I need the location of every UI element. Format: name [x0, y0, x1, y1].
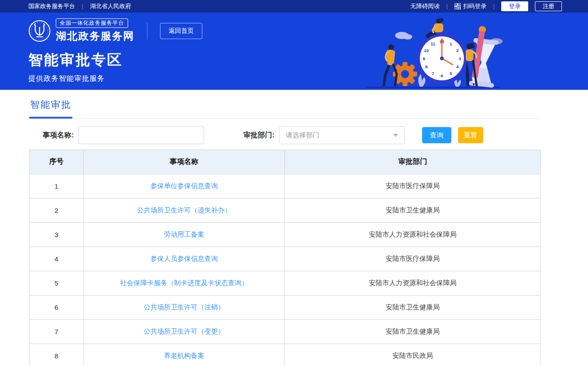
- item-link[interactable]: 公共场所卫生许可（变更）: [144, 327, 225, 335]
- item-name-input[interactable]: [78, 126, 204, 144]
- page-subtitle: 提供政务智能审批服务: [28, 74, 588, 84]
- dept-cell: 安陆市卫生健康局: [285, 198, 541, 223]
- approval-table: 序号 事项名称 审批部门 1参保单位参保信息查询安陆市医疗保障局2公共场所卫生许…: [29, 150, 541, 366]
- filter-bar: 事项名称: 审批部门: 请选择部门 查询 重置: [29, 126, 541, 144]
- item-link[interactable]: 公共场所卫生许可（遗失补办）: [137, 206, 232, 214]
- search-button[interactable]: 查询: [422, 127, 451, 143]
- login-button[interactable]: 登录: [501, 1, 528, 11]
- row-serial: 1: [30, 174, 84, 198]
- site-logo: 全国一体化政务服务平台 湖北政务服务网: [28, 18, 134, 43]
- dept-cell: 安陆市人力资源和社会保障局: [285, 223, 541, 247]
- table-row: 4参保人员参保信息查询安陆市医疗保障局: [30, 247, 541, 271]
- dept-cell: 安陆市卫生健康局: [285, 320, 541, 344]
- reset-button[interactable]: 重置: [458, 127, 483, 143]
- header-dept: 审批部门: [285, 150, 541, 174]
- item-cell: 参保单位参保信息查询: [84, 174, 285, 198]
- dept-cell: 安陆市人力资源和社会保障局: [285, 271, 541, 295]
- item-name-label: 事项名称:: [43, 131, 74, 140]
- item-cell: 劳动用工备案: [84, 223, 285, 247]
- banner: 全国一体化政务服务平台 湖北政务服务网 返回首页 智能审批专区 提供政务智能审批…: [0, 13, 588, 90]
- item-link[interactable]: 公共场所卫生许可（注销）: [144, 303, 225, 311]
- item-cell: 养老机构备案: [84, 344, 285, 366]
- item-cell: 参保人员参保信息查询: [84, 247, 285, 271]
- table-row: 3劳动用工备案安陆市人力资源和社会保障局: [30, 223, 541, 247]
- table-row: 2公共场所卫生许可（遗失补办）安陆市卫生健康局: [30, 198, 541, 223]
- item-cell: 公共场所卫生许可（遗失补办）: [84, 198, 285, 223]
- register-button[interactable]: 注册: [535, 1, 562, 11]
- item-link[interactable]: 劳动用工备案: [164, 230, 205, 238]
- national-platform-badge: 全国一体化政务服务平台: [56, 18, 128, 28]
- national-platform-link[interactable]: 国家政务服务平台: [28, 2, 75, 10]
- dept-select[interactable]: 请选择部门: [279, 126, 405, 144]
- item-link[interactable]: 参保人员参保信息查询: [151, 255, 218, 262]
- divider: |: [82, 3, 83, 9]
- table-row: 1参保单位参保信息查询安陆市医疗保障局: [30, 174, 541, 198]
- row-serial: 3: [30, 223, 84, 247]
- dept-cell: 安陆市卫生健康局: [285, 295, 541, 320]
- back-home-button[interactable]: 返回首页: [160, 23, 202, 39]
- divider: [147, 22, 147, 40]
- hubei-gov-link[interactable]: 湖北省人民政府: [90, 2, 131, 10]
- divider: |: [493, 3, 494, 9]
- main-content: 智能审批 事项名称: 审批部门: 请选择部门 查询 重置 序号 事项名称 审批部…: [0, 98, 588, 366]
- dept-select-placeholder: 请选择部门: [286, 131, 320, 140]
- header-item-name: 事项名称: [84, 150, 285, 174]
- page-title: 智能审批专区: [28, 50, 588, 70]
- item-cell: 公共场所卫生许可（注销）: [84, 295, 285, 320]
- hubei-emblem-icon: [28, 20, 51, 42]
- topbar-right: 无障碍阅读 |: [410, 1, 562, 11]
- row-serial: 4: [30, 247, 84, 271]
- item-cell: 公共场所卫生许可（变更）: [84, 320, 285, 344]
- table-row: 5社会保障卡服务（制卡进度及卡状态查询）安陆市人力资源和社会保障局: [30, 271, 541, 295]
- row-serial: 8: [30, 344, 84, 366]
- row-serial: 6: [30, 295, 84, 320]
- dept-label: 审批部门:: [243, 131, 274, 140]
- divider: |: [446, 3, 448, 9]
- accessibility-link[interactable]: 无障碍阅读: [410, 2, 440, 10]
- table-row: 6公共场所卫生许可（注销）安陆市卫生健康局: [30, 295, 541, 320]
- row-serial: 2: [30, 198, 84, 223]
- item-cell: 社会保障卡服务（制卡进度及卡状态查询）: [84, 271, 285, 295]
- dept-cell: 安陆市医疗保障局: [285, 174, 541, 198]
- table-row: 8养老机构备案安陆市民政局: [30, 344, 541, 366]
- header-serial: 序号: [30, 150, 84, 174]
- table-row: 7公共场所卫生许可（变更）安陆市卫生健康局: [30, 320, 541, 344]
- dept-cell: 安陆市医疗保障局: [285, 247, 541, 271]
- scan-login-label: 扫码登录: [463, 2, 486, 10]
- item-link[interactable]: 参保单位参保信息查询: [151, 182, 218, 190]
- chevron-down-icon: [393, 134, 398, 137]
- scan-login-link[interactable]: 扫码登录: [454, 2, 486, 10]
- row-serial: 7: [30, 320, 84, 344]
- table-header-row: 序号 事项名称 审批部门: [30, 150, 541, 174]
- item-link[interactable]: 社会保障卡服务（制卡进度及卡状态查询）: [120, 279, 248, 287]
- approval-table-body: 1参保单位参保信息查询安陆市医疗保障局2公共场所卫生许可（遗失补办）安陆市卫生健…: [30, 174, 541, 366]
- item-link[interactable]: 养老机构备案: [164, 352, 205, 359]
- topbar-left: 国家政务服务平台 | 湖北省人民政府: [28, 2, 131, 10]
- tab-bar: 智能审批: [29, 98, 541, 119]
- dept-cell: 安陆市民政局: [285, 344, 541, 366]
- row-serial: 5: [30, 271, 84, 295]
- qr-code-icon: [454, 3, 461, 9]
- tab-smart-approval[interactable]: 智能审批: [29, 98, 72, 119]
- topbar: 国家政务服务平台 | 湖北省人民政府 无障碍阅读 |: [0, 0, 588, 13]
- site-name: 湖北政务服务网: [56, 29, 134, 43]
